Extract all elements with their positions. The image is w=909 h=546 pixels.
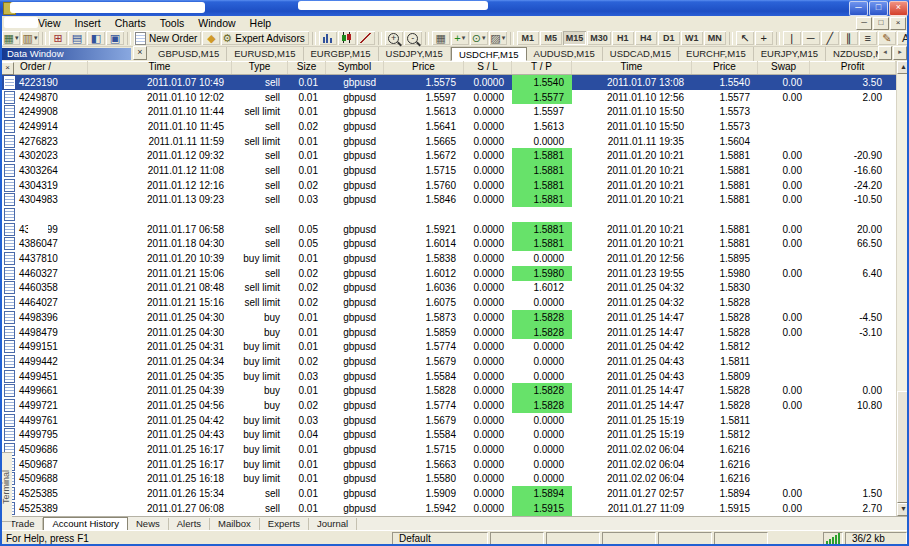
toolbar-arrange-windows-button[interactable] <box>432 31 450 45</box>
table-row[interactable]: 45096862011.01.25 16:17buy limit0.01gbpu… <box>0 442 896 457</box>
table-row[interactable]: 44994422011.01.25 04:34buy limit0.02gbpu… <box>0 354 896 369</box>
table-row[interactable]: 43500992011.01.17 06:58sell0.05gbpusd1.5… <box>0 222 896 237</box>
tab-account-history[interactable]: Account History <box>43 517 128 530</box>
chart-tab-eurusd-m15[interactable]: EURUSD,M15 <box>227 47 303 61</box>
toolbar-cursor-button[interactable] <box>736 31 754 45</box>
table-row[interactable]: 44991512011.01.25 04:31buy limit0.01gbpu… <box>0 339 896 354</box>
table-row[interactable]: 44997952011.01.25 04:43buy limit0.04gbpu… <box>0 428 896 443</box>
table-row[interactable]: 42768232011.01.11 11:59sell limit0.01gbp… <box>0 134 896 149</box>
toolbar-bar-chart-button[interactable] <box>319 31 337 45</box>
table-row[interactable]: 42499142011.01.10 11:45sell0.02gbpusd1.5… <box>0 119 896 134</box>
toolbar-terminal-button[interactable] <box>106 31 124 45</box>
table-row[interactable]: 43860472011.01.18 04:30sell0.05gbpusd1.6… <box>0 237 896 252</box>
column-header-profit[interactable]: Profit <box>810 61 896 74</box>
table-row[interactable]: 44996612011.01.25 04:39buy0.01gbpusd1.58… <box>0 383 896 398</box>
column-header-price2[interactable]: Price <box>692 61 758 74</box>
column-header-time2[interactable]: Time <box>572 61 692 74</box>
chart-tab-eurchf-m15[interactable]: EURCHF,M15 <box>679 47 754 61</box>
toolbar-new-chart-button[interactable]: ▾ <box>2 31 20 45</box>
child-restore-button[interactable]: □ <box>873 17 889 30</box>
table-row[interactable]: 42499082011.01.10 11:44sell limit0.01gbp… <box>0 104 896 119</box>
column-header-symbol[interactable]: Symbol <box>326 61 384 74</box>
chart-tab-gbpusd-m15[interactable]: GBPUSD,M15 <box>151 47 227 61</box>
table-row[interactable]: 44984792011.01.25 04:30buy0.01gbpusd1.58… <box>0 325 896 340</box>
timeframe-m5-button[interactable]: M5 <box>540 31 562 45</box>
menu-help[interactable]: Help <box>243 16 279 30</box>
chart-tab-audusd-m15[interactable]: AUDUSD,M15 <box>527 47 603 61</box>
toolbar-periods-button[interactable]: ▾ <box>470 31 488 45</box>
close-button[interactable]: × <box>889 1 908 16</box>
table-row[interactable]: 43049832011.01.13 09:23sell0.03gbpusd1.5… <box>0 193 896 208</box>
chart-tab-usdjpy-m15[interactable]: USDJPY,M15 <box>379 47 451 61</box>
column-header-sl[interactable]: S / L <box>464 61 512 74</box>
toolbar-trendline-button[interactable] <box>821 31 839 45</box>
toolbar-profiles-button[interactable]: ▾ <box>21 31 39 45</box>
timeframe-h1-button[interactable]: H1 <box>612 31 634 45</box>
tab-alerts[interactable]: Alerts <box>169 518 210 530</box>
table-row[interactable]: 44378102011.01.20 10:39buy limit0.01gbpu… <box>0 251 896 266</box>
toolbar-indicators-button[interactable]: ▾ <box>451 31 469 45</box>
terminal-close-icon[interactable]: × <box>1 62 14 75</box>
timeframe-h4-button[interactable]: H4 <box>635 31 657 45</box>
table-row[interactable]: 42231902011.01.07 10:49sell0.01gbpusd1.5… <box>0 75 896 90</box>
minimize-button[interactable]: ─ <box>849 1 868 16</box>
tab-news[interactable]: News <box>128 518 169 530</box>
table-row[interactable]: 45253892011.01.27 06:08sell0.01gbpusd1.5… <box>0 501 896 516</box>
maximize-button[interactable]: □ <box>869 1 888 16</box>
child-minimize-button[interactable]: ─ <box>856 17 872 30</box>
toolbar-zoom-in-button[interactable] <box>385 31 403 45</box>
toolbar-candlestick-chart-button[interactable] <box>338 31 356 45</box>
toolbar-zoom-out-button[interactable] <box>404 31 422 45</box>
table-row[interactable]: 43020232011.01.12 09:32sell0.01gbpusd1.5… <box>0 148 896 163</box>
toolbar-navigator-button[interactable] <box>87 31 105 45</box>
column-header-type[interactable]: Type <box>232 61 288 74</box>
table-row[interactable]: 43032642011.01.12 11:08sell0.01gbpusd1.5… <box>0 163 896 178</box>
table-row[interactable]: 45253852011.01.26 15:34sell0.01gbpusd1.5… <box>0 486 896 501</box>
column-header-size[interactable]: Size <box>288 61 326 74</box>
toolbar-templates-button[interactable]: ▾ <box>489 31 507 45</box>
table-row[interactable]: 45096882011.01.25 16:18buy limit0.01gbpu… <box>0 472 896 487</box>
toolbar-new-order-button[interactable]: New Order <box>134 31 201 45</box>
timeframe-m1-button[interactable]: M1 <box>517 31 539 45</box>
timeframe-w1-button[interactable]: W1 <box>681 31 703 45</box>
table-row[interactable]: 44997612011.01.25 04:42buy limit0.03gbpu… <box>0 413 896 428</box>
column-header-swap[interactable]: Swap <box>758 61 810 74</box>
toolbar-crosshair-button[interactable] <box>755 31 773 45</box>
tab-experts[interactable]: Experts <box>260 518 309 530</box>
table-row[interactable]: 44997212011.01.25 04:56buy0.02gbpusd1.57… <box>0 398 896 413</box>
toolbar-market-watch-button[interactable] <box>49 31 67 45</box>
toolbar-metaeditor-button[interactable] <box>202 31 220 45</box>
tab-scroll-right-icon[interactable]: ▸ <box>893 46 907 60</box>
menu-insert[interactable]: Insert <box>68 16 108 30</box>
table-row[interactable]: 44603272011.01.21 15:06sell0.02gbpusd1.6… <box>0 266 896 281</box>
table-row[interactable]: 44994512011.01.25 04:35buy limit0.03gbpu… <box>0 369 896 384</box>
menu-window[interactable]: Window <box>191 16 242 30</box>
chart-tab-eurjpy-m15[interactable]: EURJPY,M15 <box>754 47 826 61</box>
column-header-price[interactable]: Price <box>384 61 464 74</box>
chart-tab-nzdusd-m15[interactable]: NZDUSD,M15 <box>826 47 878 61</box>
chart-tab-usdcad-m15[interactable]: USDCAD,M15 <box>603 47 679 61</box>
toolbar-draw-button[interactable] <box>878 31 896 45</box>
timeframe-m15-button[interactable]: M15 <box>563 31 587 45</box>
table-row[interactable]: 44603582011.01.21 08:48sell limit0.02gbp… <box>0 281 896 296</box>
timeframe-m30-button[interactable]: M30 <box>587 31 611 45</box>
child-close-button[interactable]: × <box>890 17 906 30</box>
table-row[interactable]: 44983962011.01.25 04:30buy0.01gbpusd1.58… <box>0 310 896 325</box>
column-header-tp[interactable]: T / P <box>512 61 572 74</box>
tab-mailbox[interactable]: Mailbox <box>210 518 260 530</box>
tab-journal[interactable]: Journal <box>309 518 357 530</box>
toolbar-fibonacci-button[interactable] <box>859 31 877 45</box>
timeframe-mn-button[interactable]: MN <box>704 31 726 45</box>
data-window-close-icon[interactable]: × <box>133 46 147 60</box>
chart-tab-usdchf-m15[interactable]: USDCHF,M15 <box>451 47 527 61</box>
timeframe-d1-button[interactable]: D1 <box>658 31 680 45</box>
column-header-time[interactable]: Time <box>88 61 232 74</box>
table-row[interactable]: 45096872011.01.25 16:17buy limit0.01gbpu… <box>0 457 896 472</box>
toolbar-horizontal-line-button[interactable] <box>802 31 820 45</box>
toolbar-equidistant-channel-button[interactable] <box>840 31 858 45</box>
toolbar-line-chart-button[interactable] <box>357 31 375 45</box>
chart-tab-eurgbp-m15[interactable]: EURGBP,M15 <box>304 47 379 61</box>
table-row[interactable] <box>0 207 896 222</box>
menu-charts[interactable]: Charts <box>108 16 153 30</box>
table-row[interactable]: 44640272011.01.21 15:16sell limit0.02gbp… <box>0 295 896 310</box>
